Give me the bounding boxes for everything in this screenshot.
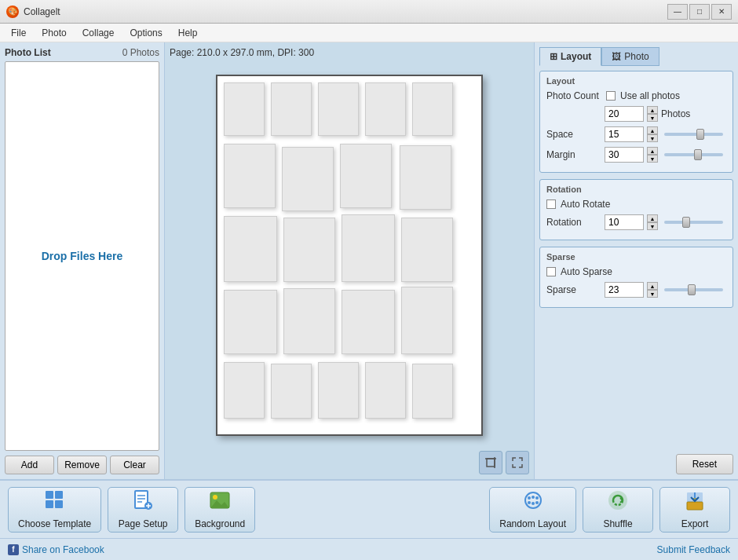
remove-button[interactable]: Remove (57, 456, 107, 474)
layout-icon: ⊞ (550, 51, 557, 62)
space-down[interactable]: ▼ (647, 134, 658, 142)
sparse-row: Sparse ▲ ▼ (546, 282, 726, 298)
photo-buttons: Add Remove Clear (5, 456, 159, 474)
photo-count-spin: ▲ ▼ (647, 106, 658, 122)
title-bar: 🎨 Collagelt — □ ✕ (0, 0, 738, 24)
panel-title: Photo List (5, 47, 51, 58)
photo-count-up[interactable]: ▲ (647, 106, 658, 114)
sparse-input[interactable] (605, 282, 644, 298)
auto-rotate-row: Auto Rotate (546, 199, 726, 210)
close-button[interactable]: ✕ (711, 4, 732, 20)
sparse-down[interactable]: ▼ (647, 290, 658, 298)
rotation-up[interactable]: ▲ (647, 214, 658, 222)
sparse-up[interactable]: ▲ (647, 282, 658, 290)
export-icon (684, 489, 706, 516)
layout-section: Layout Photo Count Use all photos ▲ ▼ Ph… (539, 71, 733, 173)
margin-down[interactable]: ▼ (647, 155, 658, 163)
maximize-button[interactable]: □ (689, 4, 710, 20)
svg-rect-3 (46, 491, 53, 499)
rotation-slider-thumb[interactable] (682, 217, 690, 228)
panel-header: Photo List 0 Photos (5, 47, 159, 58)
svg-point-21 (528, 501, 531, 504)
margin-label: Margin (546, 149, 601, 160)
photo-count: 0 Photos (122, 47, 159, 58)
svg-point-20 (535, 496, 539, 500)
menu-photo[interactable]: Photo (34, 26, 74, 40)
submit-feedback-link[interactable]: Submit Feedback (657, 544, 730, 555)
crop-tool-button[interactable] (479, 451, 502, 474)
reset-button[interactable]: Reset (676, 454, 733, 474)
photo-icon: 🖼 (612, 51, 621, 62)
rotation-input[interactable] (605, 214, 644, 230)
menu-file[interactable]: File (3, 26, 34, 40)
share-facebook-label: Share on Facebook (22, 544, 104, 555)
tab-bar: ⊞ Layout 🖼 Photo (539, 47, 733, 66)
tab-photo[interactable]: 🖼 Photo (601, 47, 659, 66)
share-facebook-link[interactable]: f Share on Facebook (8, 544, 104, 555)
export-button[interactable]: Export (659, 487, 730, 533)
sparse-slider-track[interactable] (664, 288, 723, 291)
fit-tool-button[interactable] (506, 451, 529, 474)
space-up[interactable]: ▲ (647, 126, 658, 134)
canvas-area: Page: 210.0 x 297.0 mm, DPI: 300 (165, 42, 534, 479)
rotation-slider-track[interactable] (664, 221, 723, 224)
space-row: Space ▲ ▼ (546, 126, 726, 142)
tab-layout[interactable]: ⊞ Layout (539, 47, 601, 66)
sparse-slider-thumb[interactable] (688, 284, 696, 295)
rotation-section-label: Rotation (546, 185, 726, 194)
margin-up[interactable]: ▲ (647, 147, 658, 155)
rotation-row: Rotation ▲ ▼ (546, 214, 726, 230)
sparse-spin: ▲ ▼ (647, 282, 658, 298)
svg-point-23 (535, 501, 539, 504)
background-button[interactable]: Background (184, 487, 255, 533)
layout-section-label: Layout (546, 76, 726, 86)
facebook-icon: f (8, 544, 19, 555)
auto-rotate-checkbox[interactable] (546, 199, 556, 209)
svg-rect-6 (55, 500, 63, 508)
sparse-section: Sparse Auto Sparse Sparse ▲ ▼ (539, 247, 733, 308)
right-panel: ⊞ Layout 🖼 Photo Layout Photo Count Use … (534, 42, 738, 479)
choose-template-label: Choose Template (18, 518, 91, 529)
photo-list-area[interactable]: Drop Files Here (5, 61, 159, 451)
rotation-spin: ▲ ▼ (647, 214, 658, 230)
background-icon (209, 489, 231, 516)
export-label: Export (681, 518, 709, 529)
choose-template-button[interactable]: Choose Template (8, 487, 101, 533)
svg-point-15 (213, 495, 217, 500)
space-input[interactable] (605, 126, 644, 142)
collage-page[interactable] (216, 75, 483, 436)
shuffle-icon (607, 489, 629, 516)
rotation-section: Rotation Auto Rotate Rotation ▲ ▼ (539, 179, 733, 240)
auto-sparse-row: Auto Sparse (546, 266, 726, 277)
menu-collage[interactable]: Collage (75, 26, 122, 40)
space-slider-track[interactable] (664, 133, 723, 136)
svg-point-18 (528, 496, 531, 500)
auto-sparse-checkbox[interactable] (546, 267, 556, 276)
add-button[interactable]: Add (5, 456, 54, 474)
shuffle-label: Shuffle (603, 518, 632, 529)
svg-rect-0 (487, 459, 495, 467)
use-all-checkbox[interactable] (606, 91, 616, 101)
minimize-button[interactable]: — (667, 4, 688, 20)
menu-help[interactable]: Help (170, 26, 206, 40)
space-slider-thumb[interactable] (696, 129, 704, 140)
page-setup-icon (132, 489, 154, 516)
random-layout-button[interactable]: Random Layout (489, 487, 576, 533)
app-icon: 🎨 (6, 5, 19, 18)
clear-button[interactable]: Clear (110, 456, 159, 474)
margin-input[interactable] (605, 147, 644, 163)
rotation-down[interactable]: ▼ (647, 222, 658, 230)
photo-list-panel: Photo List 0 Photos Drop Files Here Add … (0, 42, 165, 479)
margin-slider-track[interactable] (664, 153, 723, 156)
photo-count-input[interactable] (605, 106, 644, 122)
svg-rect-5 (46, 500, 53, 508)
menu-options[interactable]: Options (122, 26, 170, 40)
page-setup-button[interactable]: Page Setup (108, 487, 178, 533)
photo-count-row: ▲ ▼ Photos (546, 106, 726, 122)
margin-slider-thumb[interactable] (694, 149, 702, 160)
svg-point-17 (525, 492, 541, 508)
shuffle-button[interactable]: Shuffle (583, 487, 653, 533)
drop-files-text: Drop Files Here (42, 250, 122, 262)
photo-count-down[interactable]: ▼ (647, 114, 658, 122)
margin-row: Margin ▲ ▼ (546, 147, 726, 163)
